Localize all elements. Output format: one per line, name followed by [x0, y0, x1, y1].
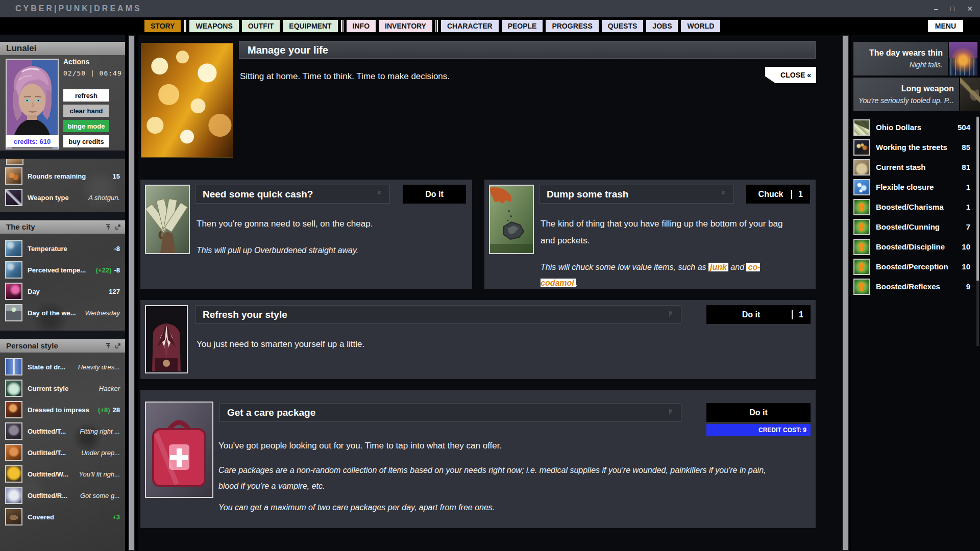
tab-weapons[interactable]: WEAPONS — [189, 20, 238, 32]
main-scrollbar[interactable] — [842, 35, 849, 551]
story-title: Manage your life — [248, 44, 328, 56]
card-body-text: The kind of thing that you have filling … — [541, 215, 786, 249]
card-body-text: You've got people looking out for you. T… — [218, 437, 788, 454]
item-boosted-charisma[interactable]: Boosted/Charisma 1 — [851, 197, 977, 217]
stat-value: Wednesday — [85, 309, 120, 317]
status-title: The day wears thin — [869, 48, 943, 58]
stat-outfitted-rugged[interactable]: Outfitted/R... Got some g... — [0, 485, 125, 506]
story-subtitle: Sitting at home. Time to think. Time to … — [240, 71, 450, 82]
item-quantity: 504 — [958, 123, 970, 132]
tab-jobs[interactable]: JOBS — [646, 20, 678, 32]
tab-world[interactable]: WORLD — [681, 20, 720, 32]
stat-outfitted-tailored-2[interactable]: Outfitted/T... Under prep... — [0, 442, 125, 463]
clear-hand-button[interactable]: clear hand — [63, 105, 109, 117]
popout-icon[interactable] — [115, 343, 121, 349]
stat-value: A shotgun. — [88, 194, 120, 202]
tab-inventory[interactable]: INVENTORY — [379, 20, 432, 32]
section-header-personal-style[interactable]: Personal style — [0, 339, 125, 353]
buy-credits-button[interactable]: buy credits — [63, 135, 109, 147]
keyword-link[interactable]: junk — [708, 263, 728, 271]
status-day-wears-thin[interactable]: The day wears thin Night falls. — [853, 42, 977, 76]
item-boosted-reflexes[interactable]: Boosted/Reflexes 9 — [851, 277, 977, 296]
card-image-trash — [489, 185, 534, 254]
maximize-icon[interactable]: □ — [950, 5, 954, 13]
figure-icon — [5, 358, 22, 375]
tab-outfit[interactable]: OUTFIT — [242, 20, 280, 32]
tab-character[interactable]: CHARACTER — [441, 20, 499, 32]
stat-day[interactable]: Day 127 — [0, 281, 125, 302]
item-boosted-perception[interactable]: Boosted/Perception 10 — [851, 257, 977, 277]
stat-covered[interactable]: Covered +3 — [0, 506, 125, 528]
item-flexible-closure[interactable]: Flexible closure 1 — [851, 177, 977, 197]
card-body-text: You just need to smarten yourself up a l… — [197, 336, 758, 353]
card-note: Care packages are a non-random collectio… — [218, 462, 770, 494]
card-refresh-style: Refresh your style Do it 1 You just need… — [140, 300, 816, 379]
do-it-button[interactable]: Do it — [706, 403, 811, 422]
main-scrollbar-thumb[interactable] — [843, 36, 848, 550]
item-quantity: 10 — [962, 262, 970, 271]
inventory-scrollbar-thumb[interactable] — [976, 117, 979, 281]
status-long-weapon[interactable]: Long weapon You're seriously tooled up. … — [853, 78, 977, 111]
item-boosted-discipline[interactable]: Boosted/Discipline 10 — [851, 237, 977, 257]
chuck-button[interactable]: Chuck 1 — [746, 185, 810, 204]
do-it-button[interactable]: Do it — [403, 185, 466, 204]
left-sidebar: Lunalei Actions 02/50 | 06:49 refresh — [0, 35, 125, 551]
item-quantity: 9 — [966, 282, 970, 291]
boost-arrow-icon — [853, 199, 870, 215]
item-ohio-dollars[interactable]: Ohio Dollars 504 — [851, 117, 977, 137]
do-it-button[interactable]: Do it 1 — [706, 305, 811, 324]
inventory-list: Ohio Dollars 504 Working the streets 85 … — [851, 117, 977, 296]
item-current-stash[interactable]: Current stash 81 — [851, 157, 977, 177]
tab-story[interactable]: STORY — [144, 20, 181, 32]
refresh-button[interactable]: refresh — [63, 89, 109, 102]
sparkle-icon — [853, 179, 870, 195]
action-count: 1 — [792, 310, 803, 319]
tab-info[interactable]: INFO — [347, 20, 376, 32]
tab-group-divider — [341, 20, 344, 32]
stat-rounds-remaining[interactable]: Rounds remaining 15 — [0, 165, 125, 187]
stat-state-of-dress[interactable]: State of dr... Heavily dres... — [0, 356, 125, 378]
right-sidebar: The day wears thin Night falls. Long wea… — [851, 35, 980, 551]
stat-weapon-type[interactable]: Weapon type A shotgun. — [0, 187, 125, 208]
stat-perceived-temperature[interactable]: Perceived tempe... (+22) -8 — [0, 259, 125, 281]
credit-cost-badge: CREDIT COST: 9 — [706, 424, 811, 436]
item-working-the-streets[interactable]: Working the streets 85 — [851, 137, 977, 157]
card-quick-cash: Need some quick cash? Do it Then you're … — [140, 180, 472, 289]
item-quantity: 81 — [962, 163, 970, 171]
stat-value: Fitting right ... — [80, 428, 120, 435]
stat-current-style[interactable]: Current style Hacker — [0, 378, 125, 399]
hotkey-flag-icon — [668, 408, 674, 417]
stat-temperature[interactable]: Temperature -8 — [0, 238, 125, 259]
pin-icon[interactable] — [105, 224, 111, 230]
stat-outfitted-work[interactable]: Outfitted/W... You'll fit righ... — [0, 463, 125, 485]
card-note: This will chuck some low value items, su… — [541, 259, 786, 291]
stat-value: 127 — [109, 288, 120, 295]
stat-value: Under prep... — [81, 449, 120, 457]
stats-top-list: Rounds remaining 15 Weapon type A shotgu… — [0, 165, 125, 208]
binge-mode-button[interactable]: binge mode — [63, 120, 109, 132]
left-scrollbar[interactable] — [128, 35, 135, 551]
popout-icon[interactable] — [115, 224, 121, 230]
stat-outfitted-tailored[interactable]: Outfitted/T... Fitting right ... — [0, 420, 125, 442]
action-count: 1 — [791, 190, 803, 199]
close-story-button[interactable]: CLOSE « — [765, 67, 816, 83]
tab-quests[interactable]: QUESTS — [602, 20, 644, 32]
stat-day-of-week[interactable]: Day of the we... Wednesday — [0, 302, 125, 323]
tab-equipment[interactable]: EQUIPMENT — [283, 20, 337, 32]
stat-value: You'll fit righ... — [79, 470, 120, 478]
menu-button[interactable]: MENU — [928, 20, 963, 32]
minimize-icon[interactable]: – — [934, 5, 938, 13]
inventory-scrollbar[interactable] — [976, 116, 979, 346]
pin-icon[interactable] — [105, 343, 111, 349]
portrait-icon — [5, 401, 22, 418]
hood-icon — [5, 380, 22, 397]
close-icon[interactable]: ✕ — [967, 5, 973, 13]
item-boosted-cunning[interactable]: Boosted/Cunning 7 — [851, 217, 977, 237]
tab-people[interactable]: PEOPLE — [502, 20, 543, 32]
section-header-the-city[interactable]: The city — [0, 220, 125, 234]
card-image-suit — [145, 305, 188, 373]
left-scrollbar-thumb[interactable] — [129, 36, 134, 550]
credits-display[interactable]: credits: 610 — [6, 135, 59, 147]
stat-dressed-to-impress[interactable]: Dressed to impress (+8) 28 — [0, 399, 125, 420]
tab-progress[interactable]: PROGRESS — [546, 20, 598, 32]
